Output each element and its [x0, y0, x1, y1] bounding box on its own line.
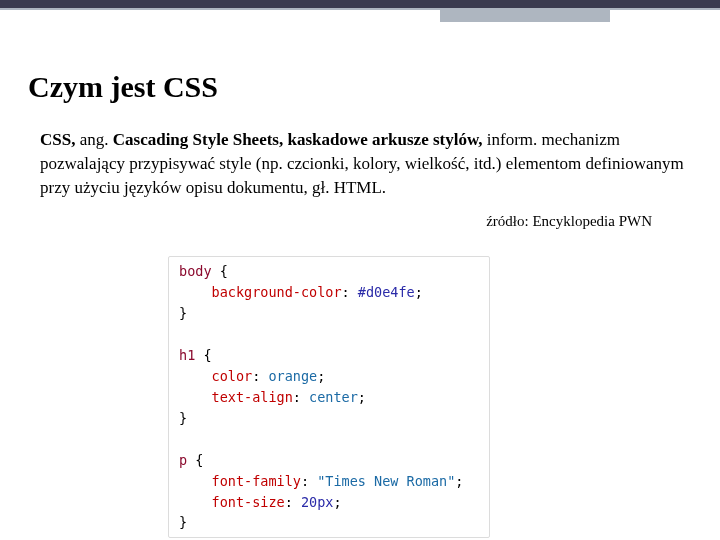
header-accent: [440, 10, 610, 22]
val-font-family: "Times New Roman": [317, 473, 455, 489]
prop-font-family: font-family: [212, 473, 301, 489]
definition-paragraph: CSS, ang. Cascading Style Sheets, kaskad…: [40, 128, 684, 199]
def-bold-2: Cascading Style Sheets, kaskadowe arkusz…: [113, 130, 483, 149]
slide-title: Czym jest CSS: [28, 70, 692, 104]
selector-h1: h1: [179, 347, 195, 363]
val-font-size: 20px: [301, 494, 334, 510]
def-bold-1: CSS,: [40, 130, 75, 149]
prop-align: text-align: [212, 389, 293, 405]
selector-p: p: [179, 452, 187, 468]
selector-body: body: [179, 263, 212, 279]
prop-color: color: [212, 368, 253, 384]
slide-content: Czym jest CSS CSS, ang. Cascading Style …: [0, 70, 720, 538]
def-text-1: ang.: [75, 130, 112, 149]
prop-font-size: font-size: [212, 494, 285, 510]
val-color: orange: [268, 368, 317, 384]
css-code-block: body { background-color: #d0e4fe; } h1 {…: [168, 256, 490, 538]
prop-bg: background-color: [212, 284, 342, 300]
val-bg: #d0e4fe: [358, 284, 415, 300]
source-line: źródło: Encyklopedia PWN: [28, 213, 652, 230]
code-example: body { background-color: #d0e4fe; } h1 {…: [168, 256, 692, 538]
header-bar: [0, 0, 720, 10]
val-align: center: [309, 389, 358, 405]
